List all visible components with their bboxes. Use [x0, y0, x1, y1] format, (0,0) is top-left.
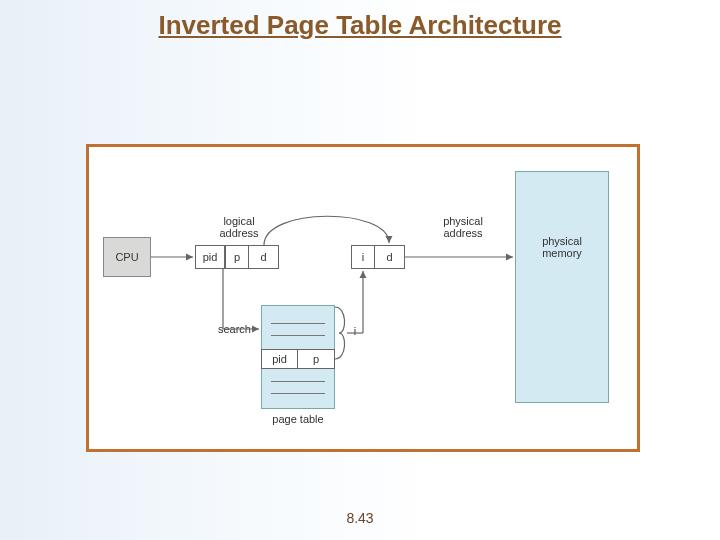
page-table-pid-cell: pid — [261, 349, 298, 369]
page-table-label: page table — [263, 413, 333, 425]
physical-i-cell: i — [351, 245, 375, 269]
physical-memory-label: physical memory — [525, 235, 599, 259]
physical-memory-box — [515, 171, 609, 403]
slide: Inverted Page Table Architecture CPU pid… — [0, 0, 720, 540]
logical-pid-cell: pid — [195, 245, 225, 269]
logical-address-label: logical address — [199, 215, 279, 239]
slide-title: Inverted Page Table Architecture — [0, 10, 720, 41]
page-table-p-cell: p — [298, 349, 335, 369]
page-table-row-line — [271, 335, 325, 336]
cpu-box: CPU — [103, 237, 151, 277]
physical-d-cell: d — [375, 245, 405, 269]
logical-d-cell: d — [249, 245, 279, 269]
diagram-frame: CPU pid p d i d physical memory pid p lo… — [86, 144, 640, 452]
slide-number: 8.43 — [0, 510, 720, 526]
page-table-row-line — [271, 393, 325, 394]
page-table-row-line — [271, 323, 325, 324]
i-label: i — [349, 325, 361, 337]
page-table-row-line — [271, 381, 325, 382]
diagram: CPU pid p d i d physical memory pid p lo… — [89, 147, 637, 449]
physical-address-label: physical address — [423, 215, 503, 239]
logical-p-cell: p — [225, 245, 249, 269]
search-label: search — [205, 323, 251, 335]
